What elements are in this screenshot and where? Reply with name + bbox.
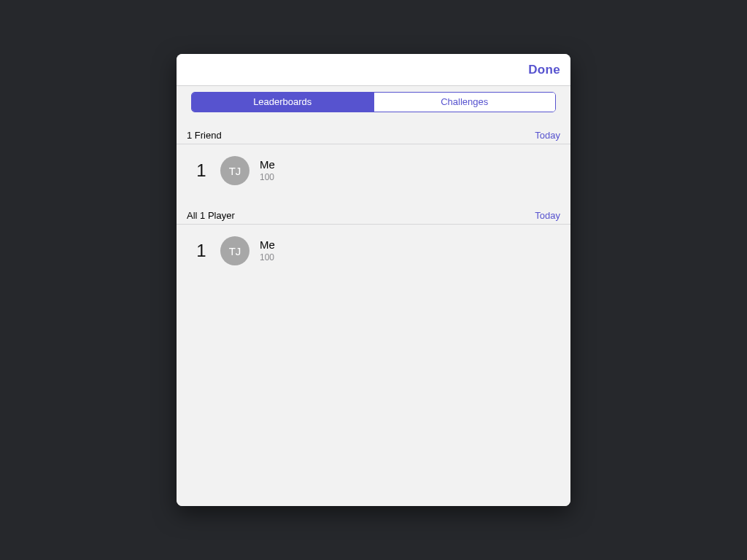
- segmented-control: Leaderboards Challenges: [191, 92, 556, 112]
- section-header-all: All 1 Player Today: [177, 200, 570, 225]
- rank-number: 1: [187, 160, 216, 181]
- player-score: 100: [260, 252, 275, 262]
- segmented-control-row: Leaderboards Challenges: [177, 86, 570, 120]
- leaderboard-content: 1 Friend Today 1 TJ Me 100 All 1 Player …: [177, 120, 570, 506]
- tab-leaderboards[interactable]: Leaderboards: [192, 93, 374, 112]
- time-filter[interactable]: Today: [535, 130, 560, 141]
- player-score: 100: [260, 172, 275, 182]
- time-filter[interactable]: Today: [535, 210, 560, 221]
- leaderboard-row[interactable]: 1 TJ Me 100: [177, 225, 570, 280]
- game-center-sheet: Done Leaderboards Challenges 1 Friend To…: [177, 54, 570, 506]
- rank-number: 1: [187, 241, 216, 261]
- player-name: Me: [260, 239, 275, 252]
- section-header-friends: 1 Friend Today: [177, 120, 570, 144]
- avatar: TJ: [220, 156, 249, 185]
- done-button[interactable]: Done: [528, 63, 560, 77]
- section-title: All 1 Player: [187, 210, 235, 221]
- tab-challenges[interactable]: Challenges: [374, 93, 556, 112]
- avatar: TJ: [220, 236, 249, 265]
- player-info: Me 100: [260, 239, 275, 262]
- section-title: 1 Friend: [187, 130, 222, 141]
- leaderboard-row[interactable]: 1 TJ Me 100: [177, 144, 570, 200]
- player-name: Me: [260, 159, 275, 171]
- player-info: Me 100: [260, 159, 275, 182]
- nav-bar: Done: [177, 54, 570, 86]
